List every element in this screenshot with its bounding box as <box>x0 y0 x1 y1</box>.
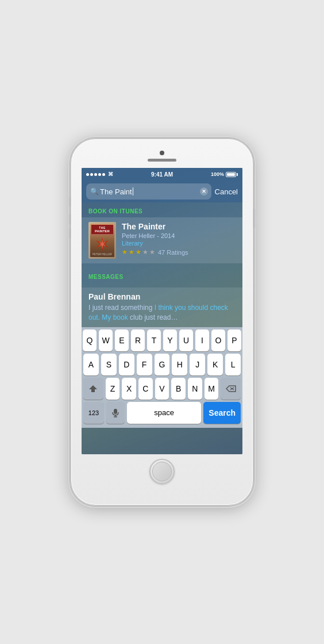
book-cover-author: PETER HELLER <box>92 253 112 256</box>
shift-key[interactable] <box>83 378 103 400</box>
book-cover: THE PAINTER PETER HELLER <box>88 222 116 259</box>
key-C[interactable]: C <box>138 378 153 400</box>
star-5: ★ <box>149 248 155 256</box>
status-time: 9:41 AM <box>151 171 173 178</box>
home-button-inner <box>152 462 172 481</box>
status-bar: ⌘ 9:41 AM 100% <box>82 168 242 181</box>
search-button[interactable]: Search <box>203 402 241 424</box>
key-F[interactable]: F <box>137 354 152 375</box>
search-field-wrapper[interactable]: 🔍 The Paint ✕ <box>86 183 211 200</box>
star-1: ★ <box>122 248 128 256</box>
ratings-count: 47 Ratings <box>158 249 188 256</box>
key-J[interactable]: J <box>190 354 205 375</box>
backspace-key[interactable] <box>221 378 241 400</box>
messages-section-header: MESSAGES <box>82 268 242 283</box>
camera <box>160 151 164 155</box>
book-author: Peter Heller <box>122 232 155 239</box>
keyboard-row-2: A S D F G H J K L <box>83 354 241 375</box>
key-M[interactable]: M <box>205 378 219 400</box>
battery-percent: 100% <box>211 171 224 177</box>
signal-dot-1 <box>86 173 89 176</box>
messages-section: MESSAGES Paul Brennan I just read someth… <box>82 268 242 327</box>
signal-dot-4 <box>98 173 101 176</box>
signal-bars <box>86 173 105 176</box>
phone-screen: ⌘ 9:41 AM 100% 🔍 The Paint <box>82 168 242 454</box>
top-sensors <box>71 139 253 168</box>
book-rating: ★ ★ ★ ★ ★ 47 Ratings <box>122 248 236 256</box>
bottom-bar <box>149 454 175 489</box>
mic-key[interactable] <box>106 402 125 424</box>
signal-dot-5 <box>102 173 105 176</box>
search-results: BOOK ON ITUNES THE PAINTER P <box>82 202 242 327</box>
book-result-item[interactable]: THE PAINTER PETER HELLER The Painter <box>82 217 242 263</box>
key-Z[interactable]: Z <box>106 378 120 400</box>
key-Q[interactable]: Q <box>83 329 97 351</box>
cancel-button[interactable]: Cancel <box>215 187 238 196</box>
message-preview: I just read something I think you should… <box>88 303 236 323</box>
keyboard-row-3: Z X C V B N M <box>83 378 241 400</box>
key-D[interactable]: D <box>119 354 134 375</box>
key-T[interactable]: T <box>147 329 161 351</box>
message-result-item[interactable]: Paul Brennan I just read something I thi… <box>82 288 242 327</box>
status-left: ⌘ <box>86 171 113 177</box>
itunes-section-header: BOOK ON ITUNES <box>82 202 242 217</box>
book-title: The Painter <box>122 222 236 231</box>
keyboard: Q W E R T Y U I O P A S D F G H J K <box>82 327 242 428</box>
key-A[interactable]: A <box>83 354 99 375</box>
book-cover-art <box>92 236 113 252</box>
key-X[interactable]: X <box>122 378 136 400</box>
battery-icon <box>226 172 238 177</box>
book-cover-inner: THE PAINTER PETER HELLER <box>90 224 114 257</box>
key-I[interactable]: I <box>195 329 209 351</box>
key-U[interactable]: U <box>179 329 193 351</box>
book-cover-painter: PAINTER <box>92 229 112 233</box>
microphone-icon <box>112 408 119 417</box>
wifi-icon: ⌘ <box>108 171 113 177</box>
key-S[interactable]: S <box>101 354 117 375</box>
message-highlight-1: I think you should check out. My book <box>88 304 228 321</box>
search-input[interactable]: The Paint <box>86 183 211 200</box>
clear-button[interactable]: ✕ <box>200 187 208 195</box>
book-genre: Literary <box>122 240 236 247</box>
keyboard-row-1: Q W E R T Y U I O P <box>83 329 241 351</box>
key-L[interactable]: L <box>225 354 241 375</box>
signal-dot-3 <box>94 173 97 176</box>
search-container: 🔍 The Paint ✕ Cancel <box>82 181 242 202</box>
battery-tip <box>237 173 238 176</box>
key-G[interactable]: G <box>155 354 170 375</box>
key-O[interactable]: O <box>211 329 225 351</box>
message-sender: Paul Brennan <box>88 292 236 301</box>
book-year: 2014 <box>161 232 175 239</box>
star-2: ★ <box>129 248 134 256</box>
text-cursor <box>133 187 133 195</box>
search-text: The Paint <box>100 187 132 196</box>
phone-device: ⌘ 9:41 AM 100% 🔍 The Paint <box>70 138 254 506</box>
key-V[interactable]: V <box>155 378 169 400</box>
signal-dot-2 <box>90 173 93 176</box>
key-E[interactable]: E <box>115 329 129 351</box>
key-K[interactable]: K <box>207 354 223 375</box>
book-separator: - <box>157 232 161 239</box>
battery-body <box>226 172 236 177</box>
status-right: 100% <box>211 171 238 177</box>
key-P[interactable]: P <box>227 329 241 351</box>
key-H[interactable]: H <box>172 354 187 375</box>
key-Y[interactable]: Y <box>163 329 177 351</box>
battery-fill <box>227 173 235 176</box>
shift-icon <box>88 385 98 393</box>
svg-marker-1 <box>99 239 106 248</box>
svg-marker-2 <box>89 385 97 392</box>
book-author-year: Peter Heller - 2014 <box>122 232 236 239</box>
backspace-icon <box>226 385 236 392</box>
home-button[interactable] <box>149 459 175 484</box>
key-N[interactable]: N <box>188 378 202 400</box>
key-B[interactable]: B <box>171 378 186 400</box>
numbers-key[interactable]: 123 <box>83 402 104 424</box>
key-R[interactable]: R <box>131 329 145 351</box>
key-W[interactable]: W <box>99 329 113 351</box>
speaker <box>148 159 176 162</box>
book-info: The Painter Peter Heller - 2014 Literary… <box>122 222 236 256</box>
star-4: ★ <box>142 248 148 256</box>
svg-rect-5 <box>114 409 117 414</box>
space-key[interactable]: space <box>127 402 201 424</box>
